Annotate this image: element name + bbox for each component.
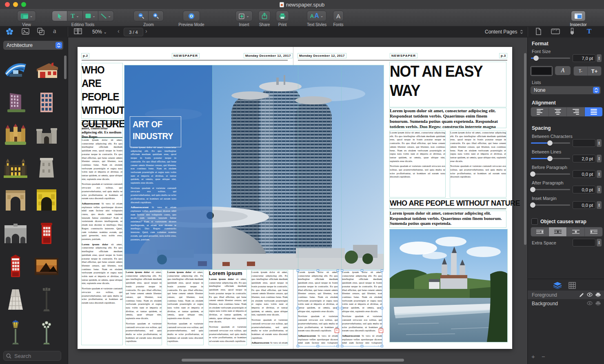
remove-layer-button[interactable]: − [542, 353, 545, 360]
grid-tab-button[interactable] [568, 282, 576, 289]
after-paragraph-slider[interactable] [531, 189, 570, 190]
text-overflow-indicator[interactable]: + [335, 328, 339, 333]
left-bottom-column-3[interactable]: Lorem ipsum Lorem ipsum dolor sit amet, … [209, 270, 246, 345]
decrease-font-button[interactable]: T- [574, 67, 587, 75]
print-button[interactable] [276, 11, 289, 21]
font-size-slider-knob[interactable] [533, 55, 539, 61]
text-styles-button[interactable]: A A ⌄ [307, 11, 327, 21]
river-church-photo[interactable] [390, 229, 507, 342]
zoom-in-button[interactable] [149, 11, 164, 21]
view-button[interactable]: ⌄ [17, 11, 36, 21]
headline-culture-frame[interactable]: WHO ARE PEOPLE WITHOUT CULTURE [82, 63, 122, 118]
selection-handle[interactable] [337, 307, 339, 309]
wrap-none-button[interactable] [531, 227, 548, 236]
between-characters-knob[interactable] [547, 140, 553, 146]
photo-overlay-text-column[interactable]: Lorem ipsum dolor sit amet, consectetur … [131, 146, 176, 268]
between-lines-knob[interactable] [547, 156, 553, 161]
font-size-stepper[interactable]: ▲▼ [597, 54, 602, 62]
before-paragraph-knob[interactable] [530, 171, 535, 177]
spread-view-button[interactable] [74, 28, 82, 35]
font-panel-button[interactable]: A [555, 66, 571, 75]
photo-headline-frame[interactable]: ART OF INDUSTRY [130, 116, 181, 147]
clipart-office-building[interactable] [0, 87, 31, 118]
zoom-level-select[interactable]: 50% ⌄ [92, 29, 107, 35]
sidebar-scrollbar[interactable] [64, 55, 67, 79]
clipart-pyramids-painting[interactable] [31, 251, 62, 282]
visibility-eye-icon[interactable] [587, 301, 593, 305]
before-paragraph-slider[interactable] [531, 173, 570, 175]
lists-dropdown[interactable]: None [531, 86, 601, 94]
clipart-ornate-lamp-post[interactable] [31, 317, 62, 348]
add-layer-button[interactable]: + [531, 353, 535, 360]
left-bottom-column-2[interactable]: Lorem ipsum dolor sit amet, consectetur … [167, 271, 203, 345]
right-page-masthead[interactable]: NEWSPAPER [390, 53, 417, 58]
right-page-number[interactable]: p.3 [500, 53, 507, 58]
left-page-number[interactable]: p.2 [82, 53, 89, 58]
left-lede-frame[interactable]: Lorem ipsum dolor sit amet, consectetur … [82, 120, 122, 138]
clipart-arc-de-triomphe-lit[interactable] [31, 185, 62, 217]
between-characters-slider[interactable] [531, 142, 570, 144]
clipart-stone-arch[interactable] [0, 185, 31, 217]
right-page-date[interactable]: Monday December 12, 2017 [298, 53, 346, 58]
wrap-around-button[interactable] [548, 227, 566, 236]
left-page-masthead[interactable]: NEWSPAPER [172, 53, 199, 58]
printable-icon[interactable] [595, 293, 601, 297]
canvas-horizontal-scrollbar[interactable] [182, 359, 404, 362]
clipart-tab-button[interactable] [6, 28, 13, 36]
newspaper-spread[interactable]: p.2 NEWSPAPER Monday December 12, 2017 W… [78, 47, 512, 349]
inset-margin-value[interactable]: 0,0 pt [573, 201, 595, 209]
clipart-illuminated-castle[interactable] [0, 152, 31, 184]
align-justify-button[interactable] [584, 107, 602, 116]
inset-margin-knob[interactable] [530, 202, 535, 208]
zoom-out-button[interactable] [133, 11, 149, 21]
selection-handle[interactable] [381, 345, 383, 347]
line-tool-button[interactable]: ⌄ [98, 11, 114, 21]
page-indicator[interactable]: 3 / 4 [124, 28, 143, 36]
after-paragraph-knob[interactable] [530, 187, 535, 192]
extra-space-stepper[interactable]: ▲▼ [597, 239, 602, 246]
select-tool-button[interactable] [52, 11, 67, 21]
right-lede2-frame[interactable]: Lorem ipsum dolor sit amet, consectetur … [390, 211, 506, 227]
wrap-above-below-button[interactable] [566, 227, 584, 236]
selection-handle[interactable] [297, 307, 299, 309]
share-button[interactable] [258, 11, 271, 21]
layers-tab-button[interactable] [553, 282, 562, 289]
previous-page-button[interactable]: ‹ [118, 28, 120, 34]
clipart-search-field[interactable] [3, 351, 61, 361]
right-mid-column-1[interactable]: Lorem ipsum dolor sit amet, consectetur … [390, 131, 445, 197]
visibility-eye-icon[interactable] [587, 293, 593, 297]
left-bottom-column-4[interactable]: Lorem ipsum dolor sit amet, consectetur … [251, 271, 288, 345]
after-paragraph-stepper[interactable]: ▲▼ [597, 186, 602, 193]
canvas-vertical-scrollbar[interactable] [524, 53, 526, 245]
fonts-button[interactable]: A [333, 11, 344, 21]
content-pages-select[interactable]: Content Pages [485, 29, 523, 35]
images-tab-button[interactable] [22, 28, 29, 35]
selection-handle[interactable] [317, 345, 319, 347]
selection-handle[interactable] [341, 307, 343, 309]
between-lines-slider[interactable] [531, 158, 570, 159]
printable-icon[interactable] [595, 301, 601, 306]
selection-handle[interactable] [317, 269, 319, 272]
between-characters-stepper[interactable]: ▲▼ [597, 139, 602, 147]
shape-tool-button[interactable]: ⌄ [83, 11, 98, 21]
selection-handle[interactable] [337, 269, 339, 272]
before-paragraph-stepper[interactable]: ▲▼ [597, 170, 602, 178]
headline-nature-frame[interactable]: WHO ARE PEOPLE WITHOUT NATURE [390, 199, 506, 209]
selection-handle[interactable] [361, 269, 363, 272]
inset-margin-stepper[interactable]: ▲▼ [597, 201, 602, 209]
text-library-tab-button[interactable]: a [53, 27, 56, 35]
selection-handle[interactable] [297, 345, 299, 347]
between-lines-value[interactable]: 2,0 pt [573, 155, 595, 162]
text-tool-button[interactable]: T⌄ [67, 11, 83, 21]
next-page-button[interactable]: › [145, 28, 147, 34]
selected-text-column-1[interactable]: Lorem ipsum dolor sit amet, consectetur … [298, 271, 338, 346]
clipart-carrousel-arch[interactable] [0, 218, 31, 249]
left-bottom-column-1[interactable]: Lorem ipsum dolor sit amet, consectetur … [126, 271, 162, 345]
increase-font-button[interactable]: T+ [587, 67, 601, 75]
align-center-button[interactable] [548, 107, 566, 116]
document-inspector-tab[interactable] [535, 28, 542, 35]
clipart-street-lamp[interactable] [31, 284, 62, 315]
clipart-country-house[interactable] [31, 54, 62, 85]
before-paragraph-value[interactable]: 0,0 pt [573, 170, 595, 178]
font-size-slider[interactable] [531, 58, 570, 59]
